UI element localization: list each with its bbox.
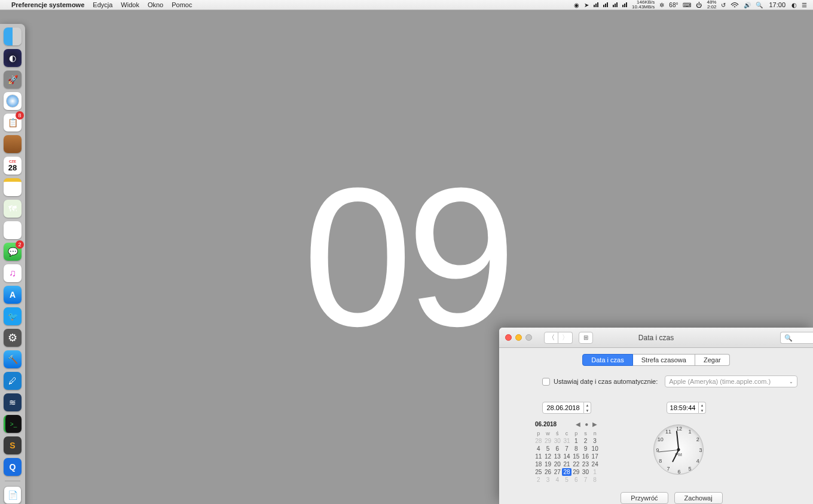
dock-notes-icon[interactable] (4, 178, 22, 196)
dock-devtool-icon[interactable]: 🖊 (4, 372, 22, 390)
auto-datetime-checkbox[interactable] (542, 378, 550, 386)
dock-finder-icon[interactable] (4, 28, 22, 45)
calendar-day[interactable]: 8 (571, 445, 581, 453)
toolbar-back-button[interactable]: 〈 (544, 332, 558, 344)
menubar-mem-icon[interactable] (601, 2, 610, 7)
dock-messages-icon[interactable]: 💬2 (4, 243, 22, 261)
calendar-day-next[interactable]: 2 (534, 476, 543, 484)
calendar-day[interactable]: 30 (581, 468, 591, 476)
menubar-wifi-icon[interactable] (728, 2, 741, 8)
app-menu[interactable]: Preferencje systemowe (7, 1, 88, 8)
menubar-disk-icon[interactable] (610, 2, 620, 7)
calendar-day-prev[interactable]: 28 (534, 437, 543, 445)
calendar-day[interactable]: 6 (552, 445, 562, 453)
window-titlebar[interactable]: 〈 〉 ⊞ Data i czas 🔍 (499, 328, 813, 348)
dock-vscode-icon[interactable]: ≋ (4, 393, 22, 411)
calendar-day[interactable]: 25 (534, 468, 543, 476)
menubar-clock[interactable]: 17:00 (765, 1, 789, 8)
dock-launchpad-icon[interactable]: 🚀 (4, 71, 22, 88)
calendar-day-prev[interactable]: 30 (552, 437, 562, 445)
dock-iawriter-icon[interactable] (4, 135, 22, 153)
calendar-day[interactable]: 3 (590, 437, 600, 445)
menubar-power-icon[interactable]: ⏻ (693, 2, 704, 8)
dock-itunes-icon[interactable] (4, 264, 22, 282)
calendar-day-next[interactable]: 5 (562, 476, 571, 484)
menubar-notifications-icon[interactable]: ☰ (799, 2, 809, 8)
menubar-battery[interactable]: 48%2:02 (704, 0, 719, 10)
toolbar-search-field[interactable]: 🔍 (780, 332, 813, 344)
calendar-day[interactable]: 24 (590, 460, 600, 468)
toolbar-showall-button[interactable]: ⊞ (579, 332, 593, 344)
calendar-day[interactable]: 20 (552, 460, 562, 468)
calendar-day[interactable]: 11 (534, 453, 543, 460)
calendar-day-next[interactable]: 8 (590, 476, 600, 484)
menu-window[interactable]: Okno (143, 1, 167, 8)
window-minimize-button[interactable] (515, 334, 522, 341)
menubar-timemachine-icon[interactable]: ↺ (719, 2, 728, 8)
dock-quicktime-icon[interactable] (4, 458, 22, 476)
calendar-day[interactable]: 18 (534, 460, 543, 468)
calendar-day[interactable]: 28 (562, 468, 571, 476)
calendar-day-next[interactable]: 6 (571, 476, 581, 484)
date-input[interactable] (542, 402, 584, 414)
dock-document-icon[interactable]: 📄 (4, 486, 22, 504)
calendar-day[interactable]: 22 (571, 460, 581, 468)
dock-maps-icon[interactable]: 🗺 (4, 200, 22, 218)
calendar-next-button[interactable]: ▶ (591, 421, 598, 427)
calendar-day-next[interactable]: 4 (552, 476, 562, 484)
calendar-day[interactable]: 29 (571, 468, 581, 476)
calendar-day[interactable]: 14 (562, 453, 571, 460)
dock-sublime-icon[interactable] (4, 436, 22, 454)
calendar-day[interactable]: 21 (562, 460, 571, 468)
menubar-spotlight-icon[interactable]: 🔍 (753, 2, 765, 8)
time-server-combobox[interactable]: Apple (Ameryka) (time.apple.com.) ⌄ (665, 375, 797, 387)
save-button[interactable]: Zachowaj (674, 492, 723, 504)
calendar-day[interactable]: 12 (543, 453, 553, 460)
calendar-day-next[interactable]: 7 (581, 476, 591, 484)
menu-edit[interactable]: Edycja (88, 1, 117, 8)
dock-calendar-icon[interactable]: CZE28 (4, 157, 22, 175)
calendar-day[interactable]: 10 (590, 445, 600, 453)
menubar-fan-icon[interactable]: ✲ (657, 2, 667, 8)
menubar-cpu-icon[interactable] (591, 2, 601, 7)
calendar-day[interactable]: 2 (581, 437, 591, 445)
menu-help[interactable]: Pomoc (167, 1, 196, 8)
calendar-day[interactable]: 16 (581, 453, 591, 460)
time-input[interactable] (667, 402, 699, 414)
dock-appstore-icon[interactable] (4, 286, 22, 304)
calendar-day[interactable]: 5 (543, 445, 553, 453)
window-zoom-button[interactable] (525, 334, 532, 341)
menubar-network-stats[interactable]: 146KB/s10.43MB/s (629, 0, 657, 10)
dock-siri-icon[interactable]: ◐ (4, 49, 22, 67)
date-stepper[interactable]: ▲▼ (584, 402, 591, 414)
calendar-day[interactable]: 9 (581, 445, 591, 453)
calendar-day[interactable]: 19 (543, 460, 553, 468)
menubar-keyboard-icon[interactable]: ⌨ (680, 2, 693, 8)
calendar-day[interactable]: 26 (543, 468, 553, 476)
revert-button[interactable]: Przywróć (621, 492, 668, 504)
dock-safari-icon[interactable] (4, 92, 22, 110)
calendar-day[interactable]: 1 (571, 437, 581, 445)
calendar-day[interactable]: 17 (590, 453, 600, 460)
dock-photos-icon[interactable]: ✿ (4, 221, 22, 239)
calendar-day[interactable]: 13 (552, 453, 562, 460)
calendar-day[interactable]: 7 (562, 445, 571, 453)
dock-twitter-icon[interactable]: 🐦 (4, 307, 22, 325)
menubar-volume-icon[interactable]: 🔊 (741, 2, 753, 8)
calendar-day[interactable]: 15 (571, 453, 581, 460)
window-close-button[interactable] (505, 334, 512, 341)
dock-things-icon[interactable]: 📋8 (4, 114, 22, 132)
calendar-day-next[interactable]: 3 (543, 476, 553, 484)
tab-date-time[interactable]: Data i czas (582, 354, 632, 366)
dock-xcode-icon[interactable]: 🔨 (4, 350, 22, 368)
calendar-day[interactable]: 4 (534, 445, 543, 453)
time-stepper[interactable]: ▲▼ (699, 402, 706, 414)
calendar-prev-button[interactable]: ◀ (574, 421, 582, 427)
analog-clock[interactable]: PM 123456789101112 (653, 424, 704, 475)
calendar-day-next[interactable]: 1 (590, 468, 600, 476)
menubar-siri-icon[interactable]: ◐ (789, 2, 799, 8)
menubar-location-icon[interactable]: ➤ (582, 2, 591, 8)
menubar-gpu-icon[interactable] (620, 2, 629, 7)
menubar-temp[interactable]: 68° (667, 2, 680, 8)
menubar-screenrec-icon[interactable]: ◉ (571, 2, 582, 8)
